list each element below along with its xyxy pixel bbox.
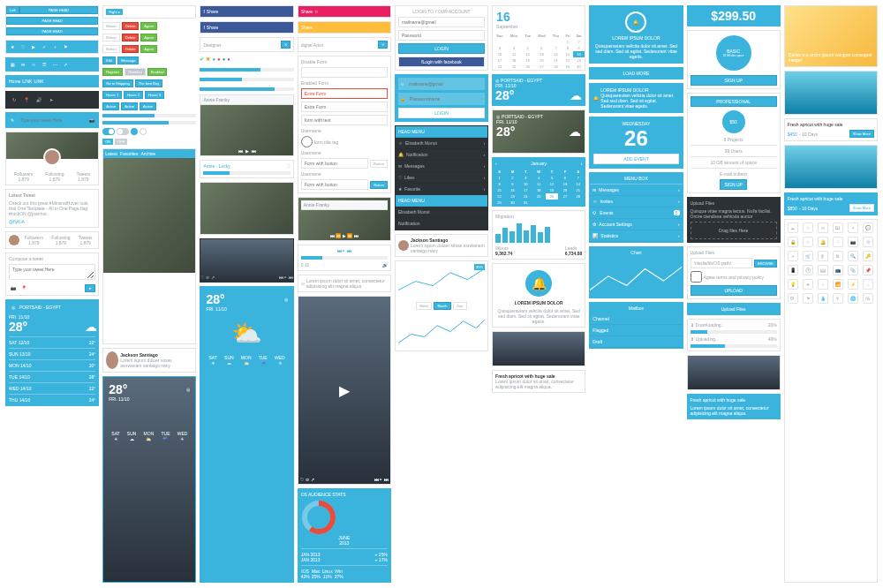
handle[interactable]: @flyKiA [9, 219, 95, 224]
share-icon[interactable]: ↗ [61, 60, 70, 69]
video-card[interactable]: Annie Franky ⏮ ▶ ⏭ [200, 94, 293, 156]
prev-icon[interactable]: ⏮ [238, 148, 243, 154]
radio-on[interactable] [131, 128, 138, 135]
show-more-button-2[interactable]: Show More [849, 204, 874, 212]
share-fb-button-2[interactable]: Share [207, 25, 218, 30]
login-button-2[interactable]: LOGIN [398, 108, 485, 118]
button-generic[interactable]: Button [102, 34, 120, 41]
video-large[interactable]: ▶ ♡⊘↗⏮ ▶ ⏭ [298, 296, 391, 485]
edit-button[interactable]: Edit [102, 57, 116, 64]
menu-favorites[interactable]: ★Favorite [396, 184, 487, 195]
active-button[interactable]: Active [140, 102, 156, 110]
login-button[interactable]: LOGIN [398, 43, 485, 54]
delete-button[interactable]: Delete [122, 45, 140, 53]
menu-notification-2[interactable]: Notification [396, 218, 487, 230]
cal-next[interactable]: › [581, 161, 583, 166]
product-apricot-2[interactable]: Fresh apricot with huge sale [788, 196, 874, 201]
link-label-2[interactable]: LINK [34, 79, 43, 84]
enabled-button[interactable]: Enabled [147, 68, 168, 76]
menu-events[interactable]: ⏲Events5 [590, 207, 682, 219]
menu-stats[interactable]: 📊Statistics [590, 230, 682, 242]
menu-elisabeth[interactable]: ☺Elisabeth Monut [396, 138, 487, 149]
month-button[interactable]: Month [434, 302, 450, 310]
pin-icon[interactable]: 📍 [22, 95, 31, 104]
button-generic[interactable]: Button [102, 22, 120, 30]
play-icon[interactable]: ▶ [245, 148, 249, 154]
form-button-prim[interactable]: Button [370, 181, 388, 189]
left-button[interactable]: Left [6, 6, 19, 14]
product-apricot[interactable]: Fresh apricot with huge sale [788, 122, 874, 127]
tab-favorites[interactable]: Favorites [120, 151, 139, 156]
agree-button[interactable]: Agree [140, 22, 157, 30]
upload-button[interactable]: UPLOAD [691, 285, 777, 296]
user-icon[interactable]: ☺ [29, 60, 38, 69]
hover2-button[interactable]: Hover 2 [124, 91, 143, 99]
grid-icon[interactable]: ▦ [8, 60, 17, 69]
location-icon[interactable]: 📍 [19, 283, 28, 292]
menu-account[interactable]: ⚙Account Settings [590, 219, 682, 230]
page-head-button-2[interactable]: PAGE HEAD [6, 17, 98, 25]
btn-input-2[interactable] [301, 179, 369, 190]
share-pink-button[interactable]: Share [301, 9, 313, 14]
chat-icon[interactable]: ☰ [40, 60, 49, 69]
best-buy-button[interactable]: The best Buy [135, 79, 163, 87]
drop-zone[interactable]: Drag files Here [691, 222, 777, 239]
delete-button[interactable]: Delete [122, 34, 140, 41]
radio-off[interactable] [140, 128, 147, 135]
year-button[interactable]: Year [453, 302, 467, 310]
share-orange-button[interactable]: Share [301, 25, 313, 30]
message-button[interactable]: Message [117, 57, 139, 64]
message-input[interactable] [18, 116, 87, 124]
tab-latest[interactable]: Latest [105, 151, 117, 156]
login-email[interactable] [398, 17, 485, 27]
add-event-button[interactable]: ADD EVENT [593, 154, 678, 164]
tab-archive[interactable]: Archive [140, 151, 155, 156]
mailbox-flagged[interactable]: Flagged [590, 325, 682, 336]
calendar-sept[interactable]: SunMonTueWedThuFriSat 12 3456789 1011121… [493, 33, 585, 70]
speaker-icon[interactable]: 🔊 [34, 95, 43, 104]
tweet-send-icon[interactable]: ► [85, 284, 95, 292]
link-label[interactable]: LINK [22, 79, 32, 84]
calendar-january[interactable]: SMTWTFS 1234567 891011121314 15161718192… [493, 169, 585, 206]
video-card-2[interactable] [200, 182, 293, 235]
delete-button[interactable]: Delete [122, 22, 140, 30]
login-fb-button[interactable]: f Login with facebook [398, 57, 485, 67]
error-input[interactable] [301, 88, 388, 99]
login2-email[interactable] [406, 79, 483, 88]
button-generic[interactable]: Button [102, 45, 120, 53]
next-icon[interactable]: ⏭ [252, 148, 256, 154]
share-fb-button[interactable]: Share [207, 9, 218, 14]
mail-icon[interactable]: ✉ [19, 60, 27, 69]
dots-icon[interactable]: ⋯ [50, 60, 59, 69]
file-input[interactable] [691, 258, 752, 268]
radio-tag[interactable] [301, 136, 313, 147]
designer-toggle[interactable]: ✕ [281, 41, 291, 49]
hover3-button[interactable]: Hover 3 [145, 91, 164, 99]
login-password[interactable] [398, 30, 485, 41]
menu-notification[interactable]: 🔔Notification [396, 149, 487, 161]
hover1-button[interactable]: Hover 1 [102, 91, 122, 99]
toggle-off[interactable] [117, 128, 129, 135]
form-input-2[interactable] [301, 102, 388, 112]
menu-messages-2[interactable]: ✉Messages [590, 185, 682, 196]
page-head-button-3[interactable]: PAGE HEAD [6, 27, 98, 35]
agree-button[interactable]: Agree [140, 34, 157, 41]
go-shipping-button[interactable]: Go to Shipping [102, 79, 132, 87]
media-dark[interactable]: ♡⊘↗ ⏮ ▶ ⏭ [200, 238, 293, 283]
camera-icon-2[interactable]: 📷 [9, 283, 18, 292]
menu-elisabeth-2[interactable]: Elisabeth Monut [396, 207, 487, 218]
signup-button-2[interactable]: SIGN UP [720, 179, 747, 190]
load-more-button[interactable]: LOAD MORE [589, 67, 683, 79]
cursor-icon[interactable]: ➤ [47, 95, 56, 104]
show-more-button[interactable]: Show More [849, 130, 874, 138]
play-overlay-icon[interactable]: ▶ [339, 382, 350, 399]
form-button[interactable]: Button [370, 160, 388, 168]
compose-textarea[interactable] [9, 264, 95, 280]
agree-checkbox[interactable] [691, 271, 702, 283]
camera-icon[interactable]: 📷 [88, 116, 95, 124]
video-player-light[interactable]: Annie Franky ⏮ ⏪ ▶ ⏩ ⏭ [298, 197, 391, 241]
mailbox-draft[interactable]: Draft [590, 336, 682, 348]
login2-pw[interactable] [407, 94, 483, 103]
refresh-icon[interactable]: ↻ [10, 95, 19, 104]
register-button[interactable]: Register [102, 68, 123, 76]
